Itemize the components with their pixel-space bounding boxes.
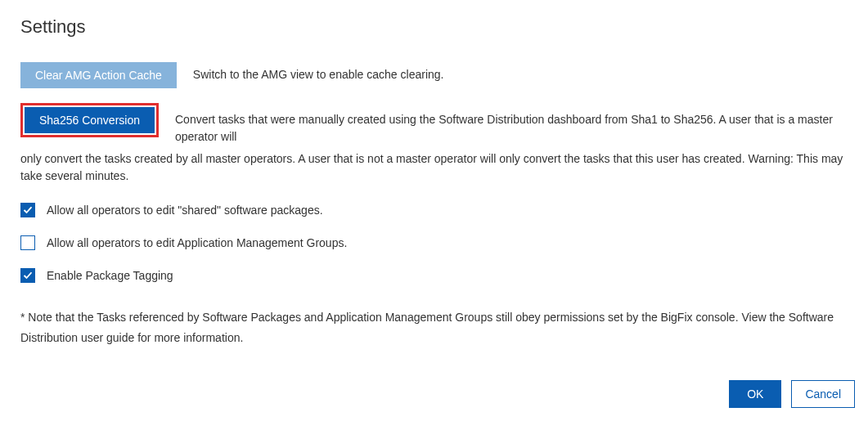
label-shared-packages: Allow all operators to edit "shared" sof… (47, 204, 323, 217)
label-package-tagging: Enable Package Tagging (47, 269, 173, 282)
check-icon (23, 205, 33, 215)
cancel-button[interactable]: Cancel (791, 380, 855, 408)
sha256-description-top: Convert tasks that were manually created… (175, 103, 848, 146)
dialog-footer: OK Cancel (729, 380, 855, 408)
clear-amg-cache-button[interactable]: Clear AMG Action Cache (20, 62, 177, 88)
checkbox-row-app-management: Allow all operators to edit Application … (20, 235, 848, 250)
page-title: Settings (20, 16, 848, 38)
sha256-row: Sha256 Conversion Convert tasks that wer… (20, 103, 848, 185)
sha256-description-continuation: only convert the tasks created by all ma… (20, 150, 848, 185)
clear-cache-row: Clear AMG Action Cache Switch to the AMG… (20, 62, 848, 88)
ok-button[interactable]: OK (729, 380, 781, 408)
checkbox-shared-packages[interactable] (20, 203, 35, 217)
check-icon (23, 271, 33, 280)
sha256-highlight-box: Sha256 Conversion (20, 103, 159, 137)
settings-page: Settings Clear AMG Action Cache Switch t… (0, 0, 868, 421)
checkbox-row-package-tagging: Enable Package Tagging (20, 268, 848, 283)
sha256-conversion-button[interactable]: Sha256 Conversion (25, 107, 155, 133)
checkbox-row-shared-packages: Allow all operators to edit "shared" sof… (20, 203, 848, 217)
checkbox-package-tagging[interactable] (20, 268, 35, 283)
checkbox-app-management-groups[interactable] (20, 235, 35, 250)
permissions-note: * Note that the Tasks referenced by Soft… (20, 307, 848, 348)
label-app-management-groups: Allow all operators to edit Application … (47, 236, 347, 249)
clear-cache-description: Switch to the AMG view to enable cache c… (193, 62, 444, 83)
